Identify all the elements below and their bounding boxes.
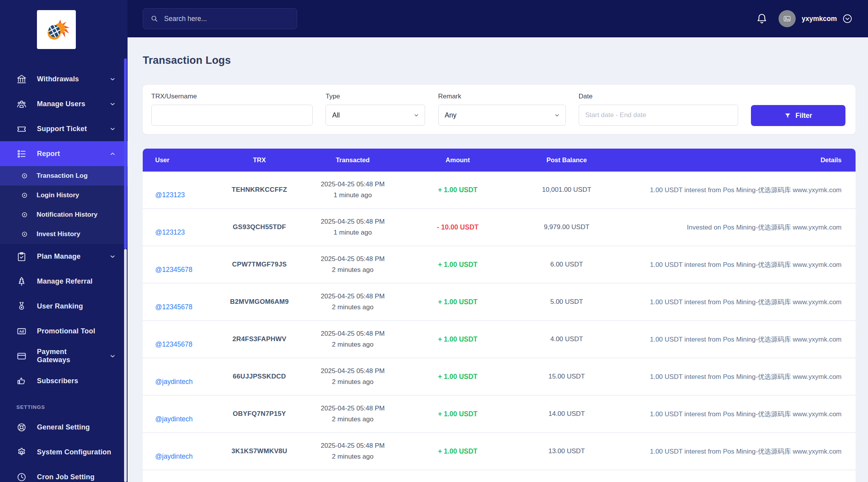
search-box [143, 8, 297, 29]
user-menu[interactable]: yxymkcom [779, 10, 852, 27]
date-range-input[interactable] [579, 105, 738, 126]
table-body: @123123 TEHNKRKCCFFZ 2025-04-25 05:48 PM… [143, 172, 856, 470]
user-link[interactable]: @12345678 [155, 303, 192, 311]
transacted-ago: 2 minutes ago [302, 414, 403, 425]
trx-code: TEHNKRKCCFFZ [232, 186, 287, 193]
sidebar-scrollbar-track [124, 249, 127, 482]
table-row: @jaydintech 66UJJPSSKDCD 2025-04-25 05:4… [143, 358, 856, 396]
lifebuoy-icon [16, 422, 27, 433]
sidebar-item-manage-referral[interactable]: Manage Referral [0, 269, 128, 294]
sidebar-item-label: User Ranking [37, 302, 83, 310]
details-text: 1.00 USDT interest from Pos Mining-优选源码库… [650, 336, 842, 343]
table-row: @jaydintech OBYFQ7N7P15Y 2025-04-25 05:4… [143, 396, 856, 433]
user-link[interactable]: @123123 [155, 228, 185, 237]
topbar-right: yxymkcom [756, 10, 852, 27]
transacted-date: 2025-04-25 05:48 PM [302, 291, 403, 302]
sidebar-nav: WithdrawalsManage UsersSupport TicketRep… [0, 67, 128, 482]
user-link[interactable]: @jaydintech [155, 415, 193, 423]
user-link[interactable]: @12345678 [155, 340, 192, 349]
amount-value: + 1.00 USDT [438, 261, 478, 268]
header-trx: TRX [217, 156, 302, 164]
table-row: @jaydintech 3K1KS7WMKV8U 2025-04-25 05:4… [143, 433, 856, 470]
sidebar-item-plan-manage[interactable]: Plan Manage [0, 244, 128, 269]
chevron-down-icon [109, 76, 116, 82]
details-text: 1.00 USDT interest from Pos Mining-优选源码库… [650, 186, 842, 194]
chevron-up-icon [109, 151, 116, 157]
amount-value: + 1.00 USDT [438, 335, 478, 343]
sidebar-subitem-notification-history[interactable]: Notification History [0, 205, 128, 224]
sidebar-subitem-login-history[interactable]: Login History [0, 186, 128, 205]
transacted-date: 2025-04-25 05:48 PM [302, 440, 403, 451]
clock-icon [16, 472, 27, 482]
sidebar-item-label: System Configuration [37, 448, 111, 456]
amount-value: + 1.00 USDT [438, 298, 478, 306]
chevron-down-icon [109, 126, 116, 132]
trx-username-input[interactable] [151, 105, 313, 126]
transacted-ago: 2 minutes ago [302, 451, 403, 462]
sidebar-subitem-transaction-log[interactable]: Transaction Log [0, 166, 128, 186]
ticket-icon [16, 124, 27, 134]
gear-icon [16, 447, 27, 457]
sidebar-item-user-ranking[interactable]: User Ranking [0, 294, 128, 319]
sidebar-item-subscribers[interactable]: Subscribers [0, 368, 128, 393]
sidebar-subitem-label: Transaction Log [37, 172, 88, 180]
post-balance-value: 5.00 USDT [550, 298, 583, 305]
brand-logo[interactable] [37, 10, 76, 49]
chevron-down-icon [109, 353, 116, 359]
transacted-ago: 2 minutes ago [302, 377, 403, 387]
username-label: yxymkcom [802, 15, 837, 23]
sidebar-item-label: Report [37, 150, 60, 158]
transacted-date: 2025-04-25 05:48 PM [302, 179, 403, 190]
user-link[interactable]: @12345678 [155, 266, 192, 274]
user-link[interactable]: @jaydintech [155, 378, 193, 386]
filter-button[interactable]: Filter [751, 105, 845, 126]
trx-code: OBYFQ7N7P15Y [233, 410, 286, 417]
header-amount: Amount [403, 156, 512, 164]
table-header-row: User TRX Transacted Amount Post Balance … [143, 149, 856, 172]
remark-select[interactable]: Any [438, 105, 566, 126]
clipboard-icon [16, 251, 27, 262]
sidebar-settings-heading: SETTINGS [0, 393, 128, 415]
header-details: Details [621, 156, 856, 164]
sidebar-item-withdrawals[interactable]: Withdrawals [0, 67, 128, 91]
user-link[interactable]: @123123 [155, 191, 185, 199]
table-row: @123123 TEHNKRKCCFFZ 2025-04-25 05:48 PM… [143, 172, 856, 209]
sidebar-item-manage-users[interactable]: Manage Users [0, 91, 128, 116]
type-label: Type [326, 93, 425, 100]
sidebar-item-report[interactable]: Report [0, 141, 128, 166]
sidebar-scrollbar-thumb[interactable] [124, 58, 127, 249]
notifications-bell-icon[interactable] [756, 13, 768, 25]
sidebar-subitem-label: Invest History [37, 230, 80, 238]
medal-icon [16, 301, 27, 312]
sidebar-item-cron-job-setting[interactable]: Cron Job Setting [0, 464, 128, 482]
sidebar-subitem-invest-history[interactable]: Invest History [0, 224, 128, 244]
transacted-date: 2025-04-25 05:48 PM [302, 403, 403, 414]
trx-code: GS93QCH55TDF [233, 223, 286, 231]
user-link[interactable]: @jaydintech [155, 452, 193, 461]
amount-value: + 1.00 USDT [438, 186, 478, 194]
sidebar-item-general-setting[interactable]: General Setting [0, 415, 128, 440]
table-row: @12345678 2R4FS3FAPHWV 2025-04-25 05:48 … [143, 321, 856, 358]
sidebar-item-system-configuration[interactable]: System Configuration [0, 440, 128, 464]
tree-icon [16, 276, 27, 287]
page-title: Transaction Logs [143, 54, 856, 67]
table-row: @12345678 B2MVMGOM6AM9 2025-04-25 05:48 … [143, 284, 856, 321]
type-select[interactable]: All [326, 105, 425, 126]
transacted-ago: 1 minute ago [302, 190, 403, 201]
sidebar-item-payment-gateways[interactable]: Payment Gateways [0, 344, 128, 368]
search-input[interactable] [164, 15, 290, 23]
sidebar-item-support-ticket[interactable]: Support Ticket [0, 116, 128, 141]
sidebar-item-promotional-tool[interactable]: AdPromotional Tool [0, 319, 128, 344]
sidebar-item-label: Promotional Tool [37, 327, 95, 335]
amount-value: - 10.00 USDT [437, 223, 479, 231]
chevron-down-circle-icon [842, 14, 852, 24]
post-balance-value: 9,979.00 USDT [544, 223, 589, 231]
filter-button-label: Filter [796, 112, 812, 120]
sidebar-item-label: General Setting [37, 423, 90, 431]
transacted-date: 2025-04-25 05:48 PM [302, 216, 403, 227]
trx-code: 2R4FS3FAPHWV [233, 335, 287, 343]
sidebar-item-label: Cron Job Setting [37, 473, 94, 481]
details-text: Invested on Pos Mining-优选源码库 www.yxymk.c… [687, 224, 842, 231]
transacted-date: 2025-04-25 05:48 PM [302, 366, 403, 377]
chevron-down-icon [109, 101, 116, 107]
